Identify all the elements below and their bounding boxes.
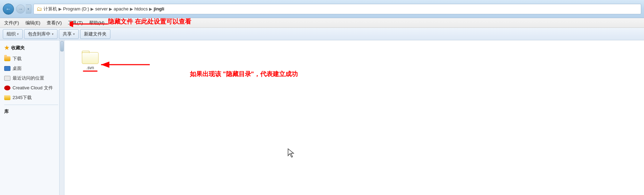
address-bar[interactable]: 🗂 计算机 ▶ Program (D:) ▶ server ▶ apache ▶… <box>33 4 641 14</box>
sidebar-divider <box>4 105 58 105</box>
libraries-section: 库 <box>3 107 60 116</box>
toolbar-annotation-text: 隐藏文件 在此处设置可以查看 <box>108 17 191 26</box>
share-dropdown-icon: ▾ <box>73 32 75 36</box>
folder-body <box>82 52 99 64</box>
share-label: 共享 <box>63 31 72 37</box>
organize-dropdown-icon: ▾ <box>17 32 19 36</box>
title-bar: ← → ▾ 🗂 计算机 ▶ Program (D:) ▶ server ▶ ap… <box>0 0 644 18</box>
svn-underline-decoration <box>83 71 98 72</box>
scrollbar-thumb <box>60 41 64 51</box>
add-to-library-label: 包含到库中 <box>28 31 51 37</box>
toolbar: 组织 ▾ 包含到库中 ▾ 共享 ▾ 新建文件夹 <box>0 28 644 40</box>
organize-button[interactable]: 组织 ▾ <box>3 29 23 39</box>
new-folder-button[interactable]: 新建文件夹 <box>80 29 110 39</box>
breadcrumb-sep-0: ▶ <box>59 7 62 11</box>
cc-icon <box>4 86 10 90</box>
svg-marker-4 <box>288 149 294 157</box>
cc-label: Creative Cloud 文件 <box>13 85 53 91</box>
download-label: 下载 <box>13 56 22 62</box>
content-area: .svn 如果出现该 "隐藏目录"，代表建立成功 <box>64 40 644 195</box>
content-annotation-text: 如果出现该 "隐藏目录"，代表建立成功 <box>190 70 298 78</box>
recent-label: 最近访问的位置 <box>13 75 44 81</box>
sidebar-content: ★ 收藏夹 下载 桌面 最近访问的位置 Creative Cloud 文件 <box>0 40 60 119</box>
menu-tools[interactable]: 工具(T) <box>65 19 86 27</box>
breadcrumb-drive[interactable]: Program (D:) <box>63 6 89 11</box>
svn-folder-item[interactable]: .svn <box>82 51 99 70</box>
add-to-library-button[interactable]: 包含到库中 ▾ <box>24 29 57 39</box>
desktop-icon <box>4 66 10 71</box>
main-area: ★ 收藏夹 下载 桌面 最近访问的位置 Creative Cloud 文件 <box>0 40 644 195</box>
breadcrumb-server[interactable]: server <box>95 6 108 11</box>
sidebar: ★ 收藏夹 下载 桌面 最近访问的位置 Creative Cloud 文件 <box>0 40 64 195</box>
add-to-library-dropdown-icon: ▾ <box>52 32 54 36</box>
forward-icon: → <box>18 6 23 12</box>
download-folder-icon <box>4 56 10 61</box>
recent-icon <box>4 76 10 81</box>
address-folder-icon: 🗂 <box>37 6 42 12</box>
sidebar-item-recent[interactable]: 最近访问的位置 <box>3 73 60 83</box>
mouse-cursor <box>287 148 296 160</box>
sidebar-item-2345[interactable]: 2345下载 <box>3 93 60 103</box>
breadcrumb-apache[interactable]: apache <box>114 6 129 11</box>
2345-folder-icon <box>4 95 10 100</box>
new-folder-label: 新建文件夹 <box>84 31 107 37</box>
star-icon: ★ <box>4 44 9 51</box>
breadcrumb-sep-1: ▶ <box>91 7 94 11</box>
breadcrumb-sep-3: ▶ <box>130 7 133 11</box>
content-arrow <box>98 58 153 73</box>
sidebar-item-desktop[interactable]: 桌面 <box>3 64 60 73</box>
desktop-label: 桌面 <box>13 65 22 72</box>
2345-label: 2345下载 <box>13 95 32 101</box>
favorites-section: ★ 收藏夹 <box>3 43 60 54</box>
breadcrumb-jingli[interactable]: jingli <box>154 6 164 11</box>
svn-folder-icon <box>82 51 99 64</box>
libraries-title: 库 <box>4 108 9 115</box>
breadcrumb-sep-4: ▶ <box>149 7 152 11</box>
back-icon: ← <box>6 6 11 12</box>
sidebar-item-cc[interactable]: Creative Cloud 文件 <box>3 83 60 93</box>
forward-button[interactable]: → <box>16 5 25 14</box>
breadcrumb-computer[interactable]: 计算机 <box>44 6 57 12</box>
sidebar-scrollbar[interactable] <box>59 40 64 195</box>
share-button[interactable]: 共享 ▾ <box>59 29 79 39</box>
svn-folder-label: .svn <box>86 65 94 70</box>
nav-dropdown-button[interactable]: ▾ <box>26 5 31 14</box>
breadcrumb-sep-2: ▶ <box>109 7 112 11</box>
back-button[interactable]: ← <box>3 3 14 15</box>
favorites-title: 收藏夹 <box>11 45 25 51</box>
menu-help[interactable]: 帮助(H) <box>86 19 107 27</box>
menu-view[interactable]: 查看(V) <box>44 19 64 27</box>
menu-bar: 文件(F) 编辑(E) 查看(V) 工具(T) 帮助(H) 隐藏文件 在此处设置… <box>0 18 644 28</box>
breadcrumb-htdocs[interactable]: htdocs <box>134 6 148 11</box>
menu-file[interactable]: 文件(F) <box>1 19 22 27</box>
organize-label: 组织 <box>7 31 16 37</box>
dropdown-icon: ▾ <box>28 7 29 11</box>
menu-edit[interactable]: 编辑(E) <box>23 19 43 27</box>
sidebar-item-download[interactable]: 下载 <box>3 54 60 64</box>
